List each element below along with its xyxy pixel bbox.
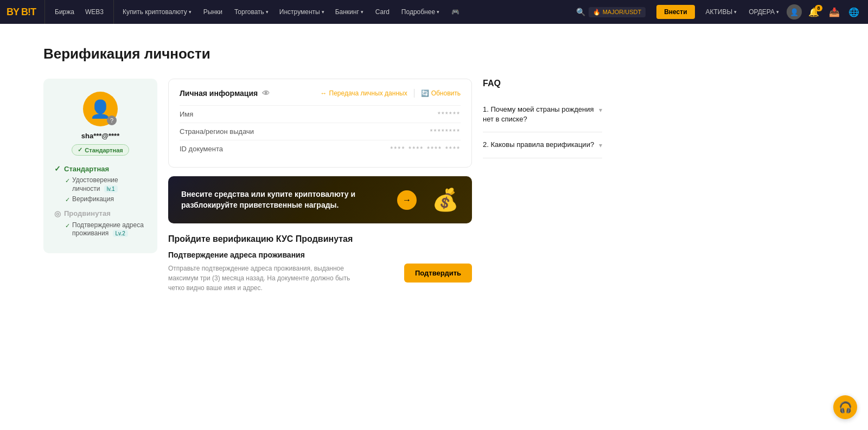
kyc-main-panel: Личная информация 👁 ↔ Передача личных да… [168,79,472,293]
info-card-actions: ↔ Передача личных данных 🔄 Обновить [321,89,461,98]
user-avatar-section: 👤 ? sha***@**** ✓ Стандартная [54,92,146,156]
eye-icon[interactable]: 👁 [262,89,270,98]
headset-icon: 🎧 [839,401,852,414]
user-avatar-circle: 👤 ? [83,92,118,126]
faq-question-1: 1. Почему моей страны рождения нет в спи… [483,105,602,124]
check-icon: ✓ [65,196,70,203]
nav-right-actions: АКТИВЫ ▾ ОРДЕРА ▾ 👤 🔔 8 📥 🌐 [701,4,861,20]
country-row: Страна/регион выдачи ******** [180,123,461,140]
address-section-content: Отправьте подтверждение адреса проживани… [168,264,472,293]
question-mark-icon: ? [107,115,117,125]
check-icon: ✓ [65,222,70,229]
chevron-down-icon: ▾ [266,9,269,15]
promo-arrow-button[interactable]: → [397,190,417,210]
personal-info-card: Личная информация 👁 ↔ Передача личных да… [168,79,472,168]
chevron-down-icon: ▾ [361,9,363,15]
level-badge-standard: ✓ Стандартная [72,144,129,156]
logo-by: BY [7,7,19,18]
address-section-title: Подтверждение адреса проживания [168,251,472,259]
notification-badge: 8 [815,5,822,11]
check-icon: ✓ [78,146,82,153]
nav-trade[interactable]: Торговать ▾ [230,6,273,18]
navbar: BYB!T Биржа WEB3 Купить криптовалюту ▾ Р… [0,0,868,24]
chevron-down-icon: ▾ [189,9,192,15]
id-row: ID документа **** **** **** **** [180,140,461,157]
transfer-icon: ↔ [321,89,327,97]
faq-item-2[interactable]: 2. Каковы правила верификации? ▾ [483,132,602,158]
advanced-kyc-title: Пройдите верификацию КУС Продвинутая [168,234,472,244]
nav-buy-crypto[interactable]: Купить криптовалюту ▾ [118,6,196,18]
name-value: ****** [438,110,461,118]
id-value: **** **** **** **** [390,145,461,153]
faq-question-2: 2. Каковы правила верификации? ▾ [483,140,602,150]
country-label: Страна/регион выдачи [180,127,254,136]
brand-section: BYB!T [7,0,45,24]
support-button[interactable]: 🎧 [833,395,857,419]
user-email: sha***@**** [81,132,120,140]
ticker-display[interactable]: 🔥 MAJOR/USDT [589,7,646,17]
kyc-layout: 👤 ? sha***@**** ✓ Стандартная ✓ Стандарт… [43,79,825,293]
nav-banking[interactable]: Банкинг ▾ [331,6,368,18]
logo-bit: B!T [21,7,36,18]
nav-web3[interactable]: WEB3 [80,6,109,18]
search-area: 🔍 🔥 MAJOR/USDT [576,7,650,17]
advanced-kyc-section: Пройдите верификацию КУС Продвинутая Под… [168,234,472,293]
refresh-icon: 🔄 [421,89,429,97]
language-icon[interactable]: 🌐 [846,5,861,20]
check-icon: ✓ [54,164,61,173]
nav-tools[interactable]: Инструменты ▾ [275,6,329,18]
kyc-left-panel: 👤 ? sha***@**** ✓ Стандартная ✓ Стандарт… [43,79,157,253]
chevron-down-icon: ▾ [437,9,439,15]
check-icon: ✓ [65,177,70,184]
address-description: Отправьте подтверждение адреса проживани… [168,264,363,293]
circle-icon: ◎ [54,209,61,218]
chevron-down-icon: ▾ [599,106,602,115]
promo-bag-icon: 💰 [432,187,459,213]
page-title: Верификация личности [43,46,825,62]
verification-item: ✓ Верификация [54,195,146,204]
name-row: Имя ****** [180,105,461,123]
confirm-button[interactable]: Подтвердить [404,264,472,283]
level-tag-lv2: Lv.2 [113,230,128,237]
nav-assets[interactable]: АКТИВЫ ▾ [701,6,742,18]
address-confirmation-item: ✓ Подтверждение адреса проживания Lv.2 [54,221,146,238]
transfer-data-link[interactable]: ↔ Передача личных данных [321,89,407,97]
ticker-flame-icon: 🔥 [593,9,601,16]
notifications-button[interactable]: 🔔 8 [805,5,822,20]
standard-level-title: ✓ Стандартная [54,164,146,173]
nav-more[interactable]: Подробнее ▾ [397,6,444,18]
info-card-title: Личная информация 👁 [180,89,270,98]
info-card-header: Личная информация 👁 ↔ Передача личных да… [180,89,461,98]
faq-item-1[interactable]: 1. Почему моей страны рождения нет в спи… [483,97,602,132]
id-label: ID документа [180,145,223,153]
chevron-down-icon: ▾ [322,9,324,15]
logo[interactable]: BYB!T [7,7,36,18]
nav-orders[interactable]: ОРДЕРА ▾ [744,6,783,18]
main-content: Верификация личности 👤 ? sha***@**** ✓ С… [0,24,868,430]
exchange-section: Биржа WEB3 [49,0,114,24]
nav-exchange[interactable]: Биржа [49,6,80,18]
id-verification-item: ✓ Удостоверение личности lv.1 [54,176,146,193]
faq-title: FAQ [483,79,602,88]
kyc-levels: ✓ Стандартная ✓ Удостоверение личности l… [54,164,146,238]
nav-markets[interactable]: Рынки [198,6,228,18]
download-icon[interactable]: 📥 [826,5,843,20]
search-icon[interactable]: 🔍 [576,8,585,16]
country-value: ******** [430,127,461,136]
divider [414,89,414,98]
user-avatar[interactable]: 👤 [787,4,802,20]
chevron-down-icon: ▾ [734,9,737,15]
faq-panel: FAQ 1. Почему моей страны рождения нет в… [483,79,602,158]
level-tag-lv1: lv.1 [104,185,118,192]
nav-card[interactable]: Card [370,6,395,18]
nav-nft-icon[interactable]: 🎮 [446,6,465,18]
update-link[interactable]: 🔄 Обновить [421,89,461,97]
chevron-down-icon: ▾ [776,9,779,15]
promo-text: Внесите средства или купите криптовалюту… [181,189,387,210]
deposit-button[interactable]: Внести [656,5,694,19]
advanced-level-title: ◎ Продвинутая [54,209,146,218]
chevron-down-icon: ▾ [599,141,602,150]
name-label: Имя [180,110,193,118]
promo-banner[interactable]: Внесите средства или купите криптовалюту… [168,176,472,223]
